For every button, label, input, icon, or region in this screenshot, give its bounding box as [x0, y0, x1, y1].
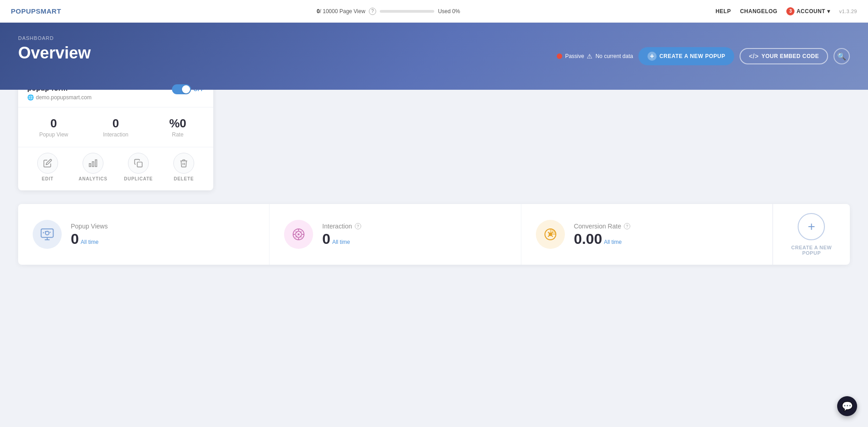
- version-label: v1.3.29: [839, 9, 857, 14]
- conversion-info: Conversion Rate ? 0.00 All time: [574, 223, 758, 246]
- pageview-label: 0/ 10000 Page View: [317, 8, 365, 15]
- interaction-name-text: Interaction: [322, 223, 352, 230]
- popup-card: popup form 🌐 demo.popupsmart.com OFF 0 P…: [18, 76, 213, 190]
- interaction-info: Interaction ? 0 All time: [322, 223, 506, 246]
- popup-views-name: Popup Views: [71, 223, 255, 230]
- create-card-plus-icon: +: [798, 213, 825, 240]
- popup-views-icon-circle: [33, 220, 62, 249]
- interaction-value-row: 0 All time: [322, 232, 506, 246]
- popup-views-value-row: 0 All time: [71, 232, 255, 246]
- analytics-icon: [83, 153, 103, 174]
- main-content: popup form 🌐 demo.popupsmart.com OFF 0 P…: [0, 76, 868, 292]
- pageview-current: 0: [317, 8, 320, 15]
- account-label: ACCOUNT: [796, 8, 825, 15]
- svg-rect-4: [41, 229, 54, 238]
- interaction-alltime: All time: [332, 239, 350, 245]
- changelog-link[interactable]: CHANGELOG: [740, 8, 778, 15]
- stats-popup-views: Popup Views 0 All time: [18, 204, 270, 265]
- progress-bar-wrap: [380, 10, 434, 13]
- popup-card-url: 🌐 demo.popupsmart.com: [27, 94, 92, 101]
- topnav-center: 0/ 10000 Page View ? Used 0%: [61, 8, 716, 15]
- interaction-big-value: 0: [322, 232, 330, 246]
- rate-label: Rate: [151, 131, 204, 138]
- popup-url-text: demo.popupsmart.com: [36, 94, 92, 101]
- delete-icon: [173, 153, 194, 174]
- delete-button[interactable]: DELETE: [163, 153, 204, 181]
- interaction-label: Interaction: [89, 131, 142, 138]
- edit-icon: [37, 153, 58, 174]
- delete-label: DELETE: [174, 176, 194, 181]
- header-banner: DASHBOARD Overview Passive ⚠ No current …: [0, 23, 868, 90]
- plus-circle-icon: +: [647, 52, 657, 61]
- popup-views-big-value: 0: [71, 232, 79, 246]
- status-badge: Passive ⚠ No current data: [557, 53, 633, 60]
- header-actions: Passive ⚠ No current data + CREATE A NEW…: [557, 47, 850, 65]
- account-dot: 3: [786, 7, 794, 15]
- rate-stat: %0 Rate: [151, 116, 204, 138]
- svg-rect-2: [89, 164, 91, 167]
- duplicate-icon: [128, 153, 149, 174]
- embed-button-label: YOUR EMBED CODE: [761, 53, 819, 59]
- globe-icon: 🌐: [27, 94, 34, 101]
- edit-label: EDIT: [42, 176, 54, 181]
- popup-view-value: 0: [27, 116, 80, 131]
- topnav: POPUPSMART 0/ 10000 Page View ? Used 0% …: [0, 0, 868, 23]
- create-button-label: CREATE A NEW POPUP: [659, 53, 725, 59]
- create-new-popup-card[interactable]: + CREATE A NEW POPUP: [773, 204, 850, 265]
- popup-view-stat: 0 Popup View: [27, 116, 80, 138]
- search-icon: 🔍: [837, 52, 846, 61]
- search-button[interactable]: 🔍: [834, 48, 850, 64]
- conversion-alltime: All time: [604, 239, 622, 245]
- conversion-name-text: Conversion Rate: [574, 223, 621, 230]
- conversion-icon-circle: [536, 220, 565, 249]
- status-text: No current data: [595, 53, 633, 59]
- toggle-knob: [182, 85, 190, 93]
- embed-icon: </>: [749, 53, 759, 60]
- topnav-right: HELP CHANGELOG 3 ACCOUNT ▾ v1.3.29: [716, 7, 857, 15]
- svg-rect-1: [92, 162, 93, 167]
- chat-icon: 💬: [842, 401, 853, 412]
- status-passive-label: Passive: [565, 53, 584, 59]
- status-dot-red: [557, 53, 562, 59]
- create-new-popup-button[interactable]: + CREATE A NEW POPUP: [638, 47, 734, 65]
- duplicate-label: DUPLICATE: [124, 176, 153, 181]
- interaction-stat: 0 Interaction: [89, 116, 142, 138]
- pageview-total: 10000: [323, 8, 338, 15]
- toggle-track[interactable]: [172, 84, 191, 94]
- used-label: Used 0%: [438, 8, 460, 15]
- logo: POPUPSMART: [11, 7, 61, 15]
- logo-text: POPUPSMART: [11, 7, 61, 15]
- svg-point-8: [298, 234, 299, 235]
- stats-interaction: Interaction ? 0 All time: [270, 204, 521, 265]
- chevron-down-icon: ▾: [827, 8, 830, 15]
- analytics-button[interactable]: ANALYTICS: [73, 153, 113, 181]
- conversion-help-icon[interactable]: ?: [624, 223, 630, 229]
- help-link[interactable]: HELP: [716, 8, 731, 15]
- interaction-value: 0: [89, 116, 142, 131]
- interaction-name: Interaction ?: [322, 223, 506, 230]
- create-card-label: CREATE A NEW POPUP: [782, 245, 841, 256]
- edit-button[interactable]: EDIT: [27, 153, 68, 181]
- popup-stats: 0 Popup View 0 Interaction %0 Rate: [18, 107, 213, 147]
- svg-rect-0: [95, 160, 97, 167]
- interaction-help-icon[interactable]: ?: [355, 223, 361, 229]
- conversion-value-row: 0.00 All time: [574, 232, 758, 246]
- embed-code-button[interactable]: </> YOUR EMBED CODE: [740, 48, 828, 64]
- pageview-help-icon[interactable]: ?: [369, 8, 376, 15]
- chat-widget[interactable]: 💬: [837, 396, 857, 416]
- conversion-big-value: 0.00: [574, 232, 602, 246]
- pageview-text: Page View: [339, 8, 365, 15]
- popup-views-info: Popup Views 0 All time: [71, 223, 255, 246]
- conversion-name: Conversion Rate ?: [574, 223, 758, 230]
- interaction-icon-circle: [284, 220, 313, 249]
- account-badge[interactable]: 3 ACCOUNT ▾: [786, 7, 830, 15]
- popup-views-alltime: All time: [81, 239, 98, 245]
- popup-views-name-text: Popup Views: [71, 223, 108, 230]
- duplicate-button[interactable]: DUPLICATE: [118, 153, 159, 181]
- analytics-label: ANALYTICS: [78, 176, 108, 181]
- popup-actions: EDIT ANALYTICS DUPLICATE: [18, 147, 213, 190]
- popup-view-label: Popup View: [27, 131, 80, 138]
- stats-conversion: Conversion Rate ? 0.00 All time: [521, 204, 773, 265]
- stats-panel: Popup Views 0 All time: [18, 204, 850, 265]
- svg-rect-3: [137, 162, 142, 167]
